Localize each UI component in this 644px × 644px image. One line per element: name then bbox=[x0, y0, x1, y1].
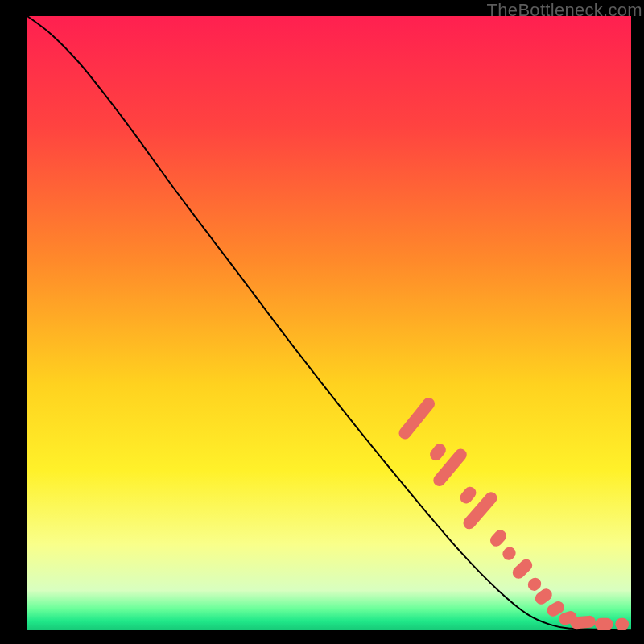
svg-rect-13 bbox=[595, 618, 613, 630]
svg-rect-14 bbox=[615, 618, 629, 630]
plot-canvas bbox=[27, 16, 631, 630]
gradient-background bbox=[27, 16, 631, 630]
marker-capsule bbox=[615, 618, 629, 630]
chart-frame: TheBottleneck.com bbox=[27, 16, 631, 630]
marker-capsule bbox=[595, 618, 613, 630]
